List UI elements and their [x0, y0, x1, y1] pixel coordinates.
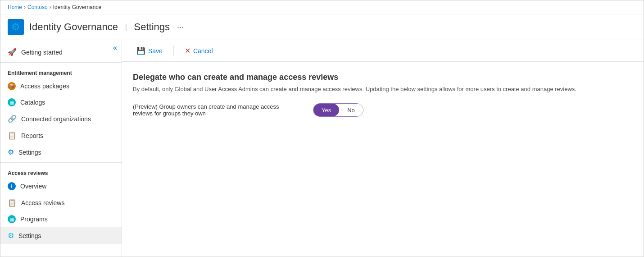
sidebar-item-catalogs[interactable]: ▦ Catalogs [0, 94, 122, 110]
sidebar-item-getting-started[interactable]: 🚀 Getting started [0, 44, 122, 60]
breadcrumb-home[interactable]: Home [8, 4, 22, 10]
cancel-label: Cancel [193, 47, 213, 55]
sidebar-item-settings-ar[interactable]: ⚙ Settings [0, 227, 122, 244]
header-divider: | [125, 23, 127, 31]
header-more-button[interactable]: ··· [177, 23, 184, 32]
toggle-group[interactable]: Yes No [313, 103, 363, 117]
sidebar-item-overview[interactable]: i Overview [0, 178, 122, 194]
catalogs-icon: ▦ [8, 98, 16, 106]
breadcrumb-sep2: › [50, 4, 51, 10]
breadcrumb: Home › Contoso › Identity Governance [0, 0, 644, 14]
overview-icon: i [8, 182, 16, 190]
entitlement-section-label: Entitlement management [0, 64, 122, 78]
sidebar-item-label: Settings [18, 149, 41, 156]
connected-orgs-icon: 🔗 [8, 115, 17, 123]
toggle-yes[interactable]: Yes [313, 104, 339, 116]
sidebar-item-access-packages[interactable]: 📦 Access packages [0, 78, 122, 94]
settings-entitlement-icon: ⚙ [8, 148, 14, 156]
sidebar: « 🚀 Getting started Entitlement manageme… [0, 40, 122, 257]
sidebar-item-label: Catalogs [20, 99, 45, 106]
sidebar-item-reports[interactable]: 📋 Reports [0, 127, 122, 144]
cancel-button[interactable]: ✕ Cancel [181, 45, 217, 57]
section-description: By default, only Global and User Access … [133, 86, 628, 92]
sidebar-item-programs[interactable]: ▦ Programs [0, 211, 122, 227]
save-button[interactable]: 💾 Save [133, 45, 166, 57]
access-reviews-section-label: Access reviews [0, 165, 122, 178]
sidebar-item-label: Reports [21, 132, 43, 139]
save-label: Save [148, 47, 163, 55]
sidebar-item-label: Settings [18, 232, 41, 239]
sidebar-item-connected-organizations[interactable]: 🔗 Connected organizations [0, 110, 122, 127]
sidebar-item-access-reviews[interactable]: 📋 Access reviews [0, 194, 122, 211]
save-icon: 💾 [136, 46, 145, 55]
programs-icon: ▦ [8, 215, 16, 223]
sidebar-item-label: Access reviews [21, 199, 64, 207]
content-area: 💾 Save ✕ Cancel Delegate who can create … [122, 40, 644, 257]
breadcrumb-current: Identity Governance [53, 4, 101, 10]
toolbar: 💾 Save ✕ Cancel [122, 40, 644, 62]
reports-icon: 📋 [8, 131, 17, 140]
cancel-icon: ✕ [185, 46, 190, 55]
access-packages-icon: 📦 [8, 82, 16, 90]
gear-icon: ⚙ [11, 21, 20, 33]
sidebar-item-settings-entitlement[interactable]: ⚙ Settings [0, 144, 122, 161]
sidebar-item-label: Getting started [21, 49, 63, 56]
getting-started-icon: 🚀 [8, 48, 17, 56]
sidebar-item-label: Overview [20, 183, 46, 190]
header-subtitle: Settings [134, 21, 170, 33]
breadcrumb-contoso[interactable]: Contoso [27, 4, 48, 10]
toolbar-separator [173, 46, 174, 56]
setting-label: (Preview) Group owners can create and ma… [133, 103, 295, 117]
app-icon: ⚙ [8, 19, 24, 35]
breadcrumb-sep1: › [24, 4, 26, 10]
setting-row: (Preview) Group owners can create and ma… [133, 103, 633, 117]
settings-ar-icon: ⚙ [8, 231, 14, 240]
sidebar-collapse-button[interactable]: « [113, 44, 117, 52]
header-title: Identity Governance [29, 21, 118, 33]
sidebar-item-label: Connected organizations [21, 115, 91, 123]
section-title: Delegate who can create and manage acces… [133, 73, 633, 82]
toggle-no[interactable]: No [339, 104, 363, 116]
sidebar-item-label: Programs [20, 216, 48, 223]
access-reviews-icon: 📋 [8, 198, 17, 207]
sidebar-item-label: Access packages [20, 83, 69, 90]
